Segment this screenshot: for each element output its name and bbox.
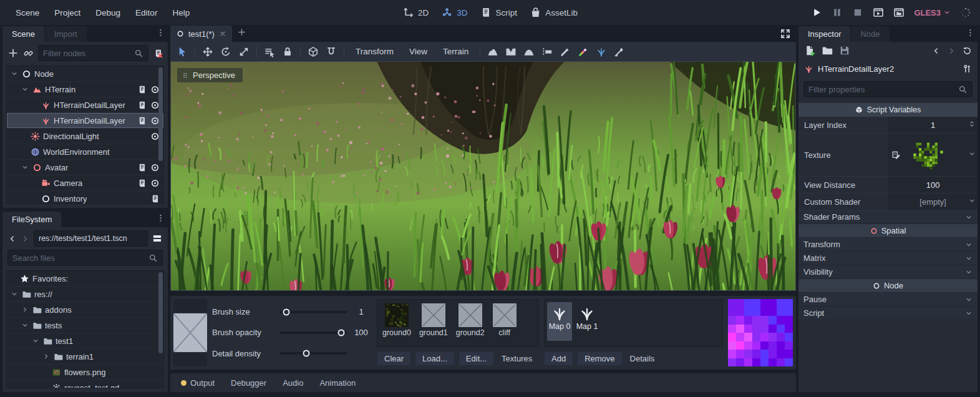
select-tool-icon[interactable] <box>177 46 188 57</box>
slider-track-brush-size[interactable] <box>279 311 347 313</box>
detail-map-map-0[interactable]: Map 0 <box>547 302 572 341</box>
nav-back-icon[interactable] <box>7 234 17 243</box>
brush-shape-preview[interactable] <box>173 313 207 352</box>
rotate-tool-icon[interactable] <box>220 46 231 57</box>
tab-node[interactable]: Node <box>851 26 889 42</box>
workspace-tab-assetlib[interactable]: AssetLib <box>530 7 578 18</box>
filter-nodes-input[interactable]: Filter nodes <box>38 45 148 61</box>
brush-cell-top[interactable] <box>173 299 207 312</box>
menu-help[interactable]: Help <box>165 5 196 21</box>
expander-icon[interactable] <box>21 321 29 329</box>
texture-preview[interactable] <box>911 137 946 172</box>
search-files-input[interactable]: Search files <box>7 250 163 266</box>
edit-texture-button-icon[interactable] <box>891 150 901 160</box>
clear-button[interactable]: Clear <box>377 351 411 366</box>
history-back-icon[interactable] <box>931 46 941 56</box>
snap-button-icon[interactable] <box>326 46 337 57</box>
slider-grabber[interactable] <box>303 350 310 357</box>
pause-button-icon[interactable] <box>832 7 843 18</box>
menu-terrain[interactable]: Terrain <box>439 46 473 57</box>
attached-script-icon[interactable] <box>137 85 147 94</box>
distraction-free-mode-icon[interactable] <box>780 28 791 39</box>
expander-icon[interactable] <box>42 353 50 360</box>
texture-slot-cliff[interactable]: cliff <box>493 303 517 337</box>
terrain-color-paint-tool-icon[interactable] <box>578 46 589 57</box>
shader-dropdown-icon[interactable] <box>968 197 976 205</box>
terrain-smooth-tool-icon[interactable] <box>523 46 535 57</box>
edit-button[interactable]: Edit... <box>458 351 494 366</box>
object-history-icon[interactable] <box>963 46 972 56</box>
history-forward-icon[interactable] <box>947 46 956 56</box>
menu-transform[interactable]: Transform <box>351 46 398 57</box>
filesystem-tree-row-terrain1[interactable]: terrain1 <box>7 349 163 365</box>
slider-track-brush-opacity[interactable] <box>279 331 347 334</box>
section-visibility[interactable]: Visibility <box>798 265 978 279</box>
bottom-tab-audio[interactable]: Audio <box>276 376 310 390</box>
lock-node-button-icon[interactable] <box>282 46 293 57</box>
save-resource-button-icon[interactable] <box>839 45 850 56</box>
detail-map-map-1[interactable]: Map 1 <box>575 302 599 341</box>
menu-debug[interactable]: Debug <box>89 5 127 21</box>
scene-dock-menu-icon[interactable] <box>156 28 165 37</box>
attached-script-icon[interactable] <box>150 194 160 203</box>
tab-import[interactable]: Import <box>45 26 87 42</box>
viewport-3d[interactable]: Perspective <box>170 61 796 291</box>
menu-scene[interactable]: Scene <box>9 5 46 21</box>
menu-view[interactable]: View <box>405 46 432 57</box>
slider-grabber[interactable] <box>283 308 289 315</box>
scene-tree-row-inventory[interactable]: Inventory <box>7 191 163 204</box>
bottom-tab-animation[interactable]: Animation <box>313 376 362 390</box>
terrain-lower-tool-icon[interactable] <box>505 46 517 57</box>
section-pause[interactable]: Pause <box>798 293 978 306</box>
workspace-tab-script[interactable]: Script <box>480 7 518 18</box>
instance-scene-button-icon[interactable] <box>24 49 33 58</box>
load-button[interactable]: Load... <box>415 351 455 366</box>
renderer-selector[interactable]: GLES3 <box>914 8 951 17</box>
play-button-icon[interactable] <box>811 7 822 18</box>
expander-icon[interactable] <box>21 164 29 171</box>
scene-tab-test1[interactable]: test1(*) <box>170 26 232 42</box>
filesystem-tree-row-res[interactable]: res:// <box>7 287 163 302</box>
scene-tree-scrollbar[interactable] <box>158 67 163 161</box>
scene-tree-row-hterrain[interactable]: HTerrain <box>7 82 163 97</box>
scene-tree-row-worldenvironment[interactable]: WorldEnvironment <box>7 144 163 160</box>
property-value-texture[interactable] <box>888 134 978 176</box>
scale-tool-icon[interactable] <box>238 46 250 57</box>
object-tools-menu-icon[interactable] <box>963 64 972 74</box>
attached-script-icon[interactable] <box>137 163 147 172</box>
bottom-tab-output[interactable]: Output <box>174 376 221 390</box>
perspective-menu[interactable]: Perspective <box>177 68 243 82</box>
scene-tree-row-directionallight[interactable]: DirectionalLight <box>7 129 163 144</box>
brush-cell-bottom[interactable] <box>173 353 207 366</box>
expander-icon[interactable] <box>11 290 18 298</box>
tab-filesystem[interactable]: FileSystem <box>2 212 61 227</box>
terrain-detail-paint-tool-icon[interactable] <box>596 46 607 57</box>
current-path-field[interactable]: res://tests/test1/test1.tscn <box>34 230 148 247</box>
play-scene-button-icon[interactable] <box>873 7 884 18</box>
nav-forward-icon[interactable] <box>21 234 30 243</box>
section-matrix[interactable]: Matrix <box>798 252 978 265</box>
terrain-raise-tool-icon[interactable] <box>487 46 498 57</box>
scene-tree-row-hterraindetaillayer[interactable]: HTerrainDetailLayer <box>7 113 163 129</box>
expander-icon[interactable] <box>21 306 29 313</box>
scene-tree-row-avatar[interactable]: Avatar <box>7 160 163 175</box>
menu-project[interactable]: Project <box>47 5 87 21</box>
filesystem-tree-row-flowers-png[interactable]: flowers.png <box>7 365 163 380</box>
scene-tree-row-hterraindetaillayer[interactable]: HTerrainDetailLayer <box>7 97 163 113</box>
menu-editor[interactable]: Editor <box>129 5 164 21</box>
add-map-button[interactable]: Add <box>544 351 573 366</box>
list-select-tool-icon[interactable] <box>264 46 275 57</box>
script-variables-header[interactable]: Script Variables <box>798 103 978 117</box>
visibility-toggle-icon[interactable] <box>150 163 160 172</box>
stop-button-icon[interactable] <box>852 7 863 18</box>
filesystem-tree-row-addons[interactable]: addons <box>7 302 163 318</box>
inspector-menu-icon[interactable] <box>966 28 975 37</box>
remove-map-button[interactable]: Remove <box>577 351 622 366</box>
section-script[interactable]: Script <box>798 306 978 320</box>
filesystem-tree-row-favorites[interactable]: Favorites: <box>7 271 163 287</box>
tab-scene[interactable]: Scene <box>2 26 44 42</box>
close-scene-tab-icon[interactable] <box>219 30 226 37</box>
detach-script-button-icon[interactable] <box>153 49 163 58</box>
terrain-erode-tool-icon[interactable] <box>614 46 625 57</box>
property-value-custom-shader[interactable]: [empty] <box>888 194 978 210</box>
